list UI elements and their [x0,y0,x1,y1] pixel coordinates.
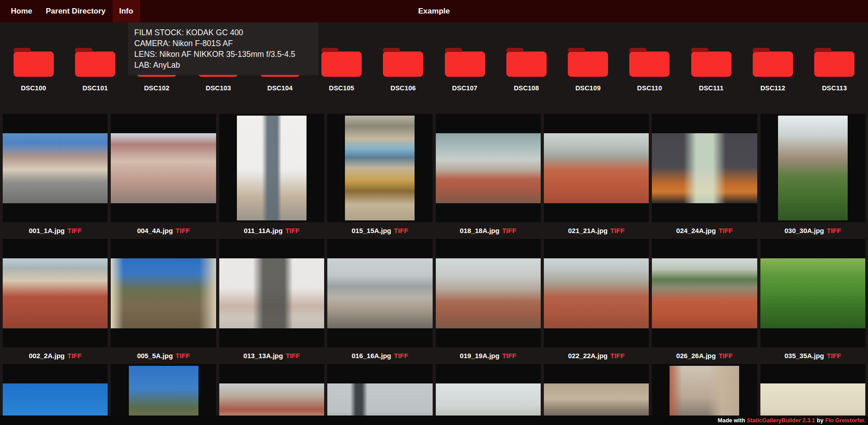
photo-filename-link[interactable]: 018_18A.jpg [460,227,500,234]
author-link[interactable]: Flo Greistorfer. [825,417,866,424]
photo-tiff-link[interactable]: TIFF [67,352,82,360]
folder-DSC107[interactable]: DSC107 [434,48,495,92]
photo-thumbnail[interactable] [111,239,216,347]
folder-DSC110[interactable]: DSC110 [619,48,680,92]
builder-link[interactable]: StaticGalleryBuilder 2.3.1 [747,417,815,424]
photo-004_4A: 004_4A.jpg TIFF [111,114,216,239]
photo-tiff-link[interactable]: TIFF [827,227,841,234]
photo-tiff-link[interactable]: TIFF [286,352,300,360]
photo-thumbnail[interactable] [652,239,757,347]
folder-icon [568,51,608,77]
photo-thumbnail[interactable] [219,239,324,347]
tooltip-line: CAMERA: Nikon F-801S AF [134,38,312,49]
photo-thumbnail[interactable] [436,114,541,222]
photo-filename-link[interactable]: 016_16A.jpg [352,352,392,360]
photo-filename-link[interactable]: 002_2A.jpg [29,352,65,360]
photo-filename-link[interactable]: 001_1A.jpg [29,227,65,234]
nav-item-home[interactable]: Home [4,0,39,22]
photo-filename-link[interactable]: 019_19A.jpg [460,352,500,360]
photo-filename-link[interactable]: 021_21A.jpg [568,227,608,234]
photo-filename-link[interactable]: 035_35A.jpg [784,352,824,360]
photo-thumbnail[interactable] [219,114,324,222]
photo-thumbnail[interactable] [436,239,541,347]
info-tooltip: FILM STOCK: KODAK GC 400CAMERA: Nikon F-… [128,23,318,75]
photo-thumbnail[interactable] [760,114,865,222]
photo-thumbnail[interactable] [327,114,432,222]
photo-tiff-link[interactable]: TIFF [502,352,517,360]
photo-tiff-link[interactable]: TIFF [610,227,625,234]
folder-DSC105[interactable]: DSC105 [311,48,372,92]
photo-filename-link[interactable]: 015_15A.jpg [352,227,392,234]
photo-thumbnail[interactable] [3,114,108,222]
folder-DSC108[interactable]: DSC108 [495,48,557,92]
folder-icon [753,51,793,77]
photo-caption: 004_4A.jpg TIFF [111,222,216,239]
photo-018_18A: 018_18A.jpg TIFF [436,114,541,239]
photo-filename-link[interactable]: 022_22A.jpg [568,352,608,360]
folder-label: DSC105 [311,84,372,92]
thumbnail-rooftop-street-view [111,133,216,203]
thumbnail-rooftops-and-spires [3,258,108,328]
folder-label: DSC102 [126,84,188,92]
folder-DSC109[interactable]: DSC109 [557,48,619,92]
photo-filename-link[interactable]: 011_11A.jpg [244,227,283,234]
photo-tiff-link[interactable]: TIFF [67,227,82,234]
thumbnail-street-with-tram-tracks [3,133,108,203]
photo-thumbnail[interactable] [327,239,432,347]
photo-tiff-link[interactable]: TIFF [394,352,408,360]
photo-013_13A: 013_13A.jpg TIFF [219,239,324,364]
photo-caption: 011_11A.jpg TIFF [219,222,324,239]
folder-DSC101[interactable]: DSC101 [64,48,126,92]
tooltip-line: LENS: Nikon AF NIKKOR 35-135mm f/3.5-4.5 [134,49,312,60]
photo-caption: 022_22A.jpg TIFF [544,347,649,364]
photo-030_30A: 030_30A.jpg TIFF [760,114,865,239]
photo-tiff-link[interactable]: TIFF [175,227,190,234]
folder-label: DSC107 [434,84,495,92]
photo-filename-link[interactable]: 026_26A.jpg [676,352,716,360]
photo-filename-link[interactable]: 013_13A.jpg [243,352,283,360]
photo-thumbnail[interactable] [3,239,108,347]
photo-filename-link[interactable]: 024_24A.jpg [676,227,716,234]
thumbnail-trees-over-city [778,116,848,220]
photo-thumbnail[interactable] [760,239,865,347]
photo-tiff-link[interactable]: TIFF [502,227,517,234]
folder-DSC112[interactable]: DSC112 [742,48,803,92]
photo-022_22A: 022_22A.jpg TIFF [544,239,649,364]
thumbnail-castle-over-roofs [544,258,649,328]
thumbnail-town-hall-tower [237,116,307,220]
photo-thumbnail[interactable] [544,114,649,222]
photo-caption: 015_15A.jpg TIFF [327,222,432,239]
photo-thumbnail[interactable] [652,114,757,222]
folder-DSC106[interactable]: DSC106 [373,48,434,92]
folder-label: DSC109 [557,84,619,92]
photo-tiff-link[interactable]: TIFF [718,227,733,234]
photo-thumbnail[interactable] [111,114,216,222]
photo-tiff-link[interactable]: TIFF [610,352,625,360]
photo-filename-link[interactable]: 004_4A.jpg [137,227,173,234]
photo-thumbnail[interactable] [544,239,649,347]
photo-015_15A: 015_15A.jpg TIFF [327,114,432,239]
folder-label: DSC104 [249,84,311,92]
photo-filename-link[interactable]: 005_5A.jpg [137,352,173,360]
folder-label: DSC112 [742,84,803,92]
folder-DSC113[interactable]: DSC113 [804,48,865,92]
photo-caption: 001_1A.jpg TIFF [3,222,108,239]
photo-tiff-link[interactable]: TIFF [175,352,190,360]
folder-label: DSC113 [804,84,865,92]
photo-grid: 001_1A.jpg TIFF 004_4A.jpg TIFF 011_11A.… [0,114,868,425]
thumbnail-astronomical-clock [345,116,415,220]
thumbnail-river-and-castle [327,258,432,328]
info-tooltip-lines: FILM STOCK: KODAK GC 400CAMERA: Nikon F-… [134,27,312,70]
nav-item-parent-directory[interactable]: Parent Directory [39,0,112,22]
tooltip-line: LAB: AnyLab [134,60,312,70]
folder-DSC100[interactable]: DSC100 [3,48,64,92]
photo-caption: 013_13A.jpg TIFF [219,347,324,364]
photo-filename-link[interactable]: 030_30A.jpg [784,227,824,234]
photo-tiff-link[interactable]: TIFF [285,227,300,234]
photo-tiff-link[interactable]: TIFF [827,352,841,360]
photo-tiff-link[interactable]: TIFF [718,352,733,360]
thumbnail-hazy-panorama [436,258,541,328]
photo-tiff-link[interactable]: TIFF [394,227,408,234]
folder-DSC111[interactable]: DSC111 [680,48,742,92]
nav-item-info[interactable]: Info [113,0,140,22]
